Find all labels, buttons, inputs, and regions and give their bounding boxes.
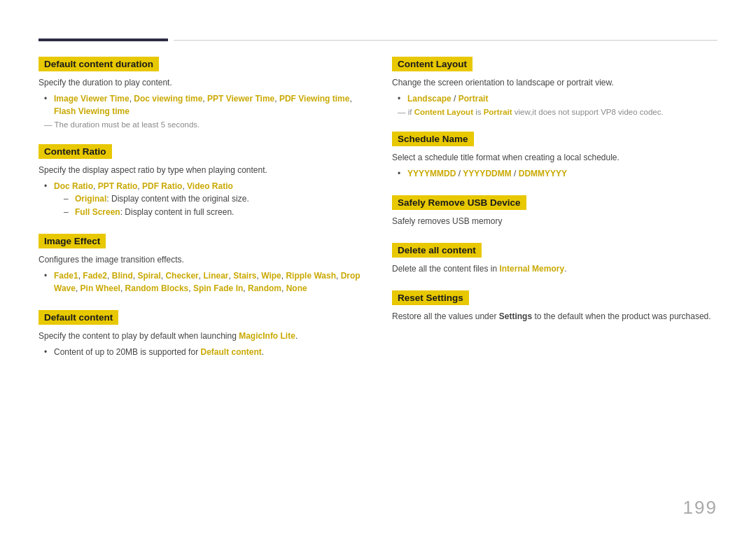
link-random: Random [248,283,281,293]
section-title-content-ratio: Content Ratio [38,144,112,159]
section-default-content-duration: Default content duration Specify the dur… [38,57,364,129]
bullet-item: Image Viewer Time, Doc viewing time, PPT… [44,92,364,118]
bullet-item: Doc Ratio, PPT Ratio, PDF Ratio, Video R… [44,180,364,218]
desc-safely-remove-usb: Safely removes USB memory [392,215,718,227]
link-spin-fade-in: Spin Fade In [193,283,243,293]
top-rule-thin [174,40,718,41]
bullet-list-content-layout: Landscape / Portrait [398,92,718,105]
link-fade2: Fade2 [83,271,107,281]
section-default-content: Default content Specify the content to p… [38,310,364,358]
sub-item-full-screen: Full Screen: Display content in full scr… [64,206,364,218]
section-content-ratio: Content Ratio Specify the display aspect… [38,144,364,218]
link-yyyyddmm: YYYYDDMM [463,169,511,178]
bullet-list-schedule-name: YYYYMMDD / YYYYDDMM / DDMMYYYY [398,167,718,180]
link-flash-viewing-time: Flash Viewing time [54,106,130,116]
label-original: Original [75,194,106,204]
section-title-reset-settings: Reset Settings [392,290,469,305]
bullet-item: Landscape / Portrait [398,92,718,105]
bullet-list-image-effect: Fade1, Fade2, Blind, Spiral, Checker, Li… [44,269,364,295]
bullet-list-default-content: Content of up to 20MB is supported for D… [44,346,364,358]
note-content-layout: — if Content Layout is Portrait view,it … [392,108,718,116]
link-landscape: Landscape [407,94,451,104]
section-title-safely-remove-usb: Safely Remove USB Device [392,195,526,210]
desc-schedule-name: Select a schedule title format when crea… [392,151,718,164]
desc-default-content-duration: Specify the duration to play content. [38,76,364,89]
page-number: 199 [683,497,718,519]
link-pin-wheel: Pin Wheel [80,283,120,293]
desc-content-ratio: Specify the display aspect ratio by type… [38,164,364,176]
link-yyyymmdd: YYYYMMDD [407,169,456,178]
page-container: Default content duration Specify the dur… [0,0,756,402]
desc-reset-settings: Restore all the values under Settings to… [392,310,718,323]
section-content-layout: Content Layout Change the screen orienta… [392,57,718,116]
sub-list-content-ratio: Original: Display content with the origi… [64,192,364,218]
section-title-default-content: Default content [38,310,118,325]
note-default-content-duration: The duration must be at least 5 seconds. [38,120,364,129]
link-ppt-viewer-time: PPT Viewer Time [207,94,274,104]
sub-item-original: Original: Display content with the origi… [64,192,364,205]
section-schedule-name: Schedule Name Select a schedule title fo… [392,132,718,180]
link-ddmmyyyy: DDMMYYYY [519,169,567,178]
desc-image-effect: Configures the image transition effects. [38,253,364,266]
link-fade1: Fade1 [54,271,78,281]
note-portrait-keyword: Portrait [484,108,512,116]
link-magicinfo-lite: MagicInfo Lite [239,331,295,341]
col-left: Default content duration Specify the dur… [38,57,364,374]
label-full-screen: Full Screen [75,207,120,217]
bullet-item: Content of up to 20MB is supported for D… [44,346,364,358]
section-delete-all-content: Delete all content Delete all the conten… [392,243,718,275]
col-right: Content Layout Change the screen orienta… [392,57,718,374]
link-random-blocks: Random Blocks [125,283,189,293]
note-content-layout-keyword: Content Layout [414,108,473,116]
link-default-content: Default content [200,347,261,357]
link-internal-memory: Internal Memory [499,264,564,274]
link-pdf-ratio: PDF Ratio [142,181,182,191]
top-rule-thick [38,38,168,41]
link-doc-viewing-time: Doc viewing time [134,94,202,104]
link-image-viewer-time: Image Viewer Time [54,94,130,104]
link-portrait: Portrait [458,94,489,104]
columns: Default content duration Specify the dur… [38,57,718,374]
desc-delete-all-content: Delete all the content files in Internal… [392,262,718,275]
link-blind: Blind [112,271,133,281]
link-wipe: Wipe [261,271,281,281]
section-title-content-layout: Content Layout [392,57,472,71]
link-checker: Checker [165,271,198,281]
desc-content-layout: Change the screen orientation to landsca… [392,76,718,89]
section-image-effect: Image Effect Configures the image transi… [38,234,364,295]
section-safely-remove-usb: Safely Remove USB Device Safely removes … [392,195,718,227]
link-settings: Settings [499,311,532,321]
bullet-list-default-content-duration: Image Viewer Time, Doc viewing time, PPT… [44,92,364,118]
section-title-image-effect: Image Effect [38,234,106,248]
section-title-delete-all-content: Delete all content [392,243,482,258]
link-none: None [286,283,307,293]
link-linear: Linear [203,271,228,281]
link-ppt-ratio: PPT Ratio [98,181,138,191]
link-doc-ratio: Doc Ratio [54,181,93,191]
section-reset-settings: Reset Settings Restore all the values un… [392,290,718,323]
section-title-default-content-duration: Default content duration [38,57,159,71]
link-spiral: Spiral [137,271,160,281]
bullet-list-content-ratio: Doc Ratio, PPT Ratio, PDF Ratio, Video R… [44,180,364,218]
link-pdf-viewing-time: PDF Viewing time [279,94,349,104]
desc-default-content: Specify the content to play by default w… [38,330,364,342]
top-rule [38,38,718,41]
link-stairs: Stairs [233,271,256,281]
section-title-schedule-name: Schedule Name [392,132,474,146]
link-ripple-wash: Ripple Wash [286,271,336,281]
link-video-ratio: Video Ratio [187,181,233,191]
bullet-item: YYYYMMDD / YYYYDDMM / DDMMYYYY [398,167,718,180]
bullet-item: Fade1, Fade2, Blind, Spiral, Checker, Li… [44,269,364,295]
